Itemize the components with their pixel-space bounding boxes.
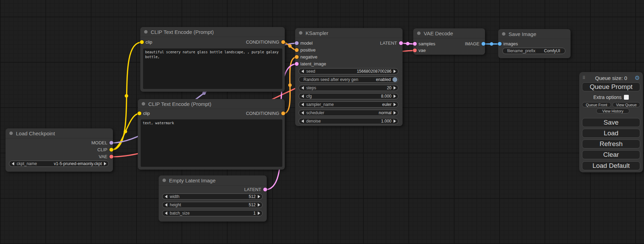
prompt-textarea[interactable]: beautiful scenery nature glass bottle la… <box>143 48 282 89</box>
input-slot-positive[interactable] <box>295 48 299 52</box>
node-title: KSampler <box>306 30 328 36</box>
widget-label: scheduler <box>306 110 324 115</box>
input-slot-clip[interactable] <box>140 40 144 44</box>
batch-size-widget[interactable]: batch_size 1 <box>162 210 263 216</box>
collapse-dot-icon[interactable] <box>417 31 421 35</box>
node-title-bar[interactable]: Empty Latent Image <box>159 175 267 186</box>
node-title-bar[interactable]: CLIP Text Encode (Prompt) <box>138 99 285 109</box>
filename-prefix-widget[interactable]: filename_prefix ComfyUI <box>502 48 565 54</box>
view-queue-button[interactable]: View Queue <box>612 102 640 107</box>
queue-front-button[interactable]: Queue Front <box>582 102 611 107</box>
input-slot-negative[interactable] <box>295 55 299 59</box>
graph-canvas[interactable]: Load Checkpoint MODEL CLIP VAE ckpt_name… <box>0 0 644 244</box>
increment-arrow-icon[interactable] <box>258 195 260 198</box>
node-empty-latent-image[interactable]: Empty Latent Image LATENT width 512 heig… <box>159 175 267 222</box>
refresh-button[interactable]: Refresh <box>582 139 640 148</box>
output-slot-latent[interactable] <box>263 188 267 191</box>
sampler-name-widget[interactable]: sampler_name euler <box>299 101 398 108</box>
output-slot-clip[interactable] <box>109 148 113 152</box>
node-title-bar[interactable]: CLIP Text Encode (Prompt) <box>140 27 285 37</box>
extra-options-checkbox[interactable] <box>624 95 629 100</box>
denoise-widget[interactable]: denoise 1.000 <box>299 118 398 124</box>
increment-arrow-icon[interactable] <box>394 94 396 98</box>
decrement-arrow-icon[interactable] <box>165 211 167 215</box>
widget-value: ComfyUI <box>544 48 560 53</box>
input-slot-latent-image[interactable] <box>295 62 299 66</box>
increment-arrow-icon[interactable] <box>258 203 260 207</box>
input-slot-clip[interactable] <box>138 111 141 115</box>
input-slot-vae[interactable] <box>413 48 417 52</box>
queue-prompt-button[interactable]: Queue Prompt <box>582 82 640 91</box>
steps-widget[interactable]: steps 20 <box>299 85 398 91</box>
seed-widget[interactable]: seed 156680208700286 <box>299 68 398 74</box>
output-label-clip: CLIP <box>97 147 107 153</box>
height-widget[interactable]: height 512 <box>162 202 263 208</box>
input-slot-model[interactable] <box>295 41 299 45</box>
widget-value: 156680208700286 <box>357 69 391 74</box>
decrement-arrow-icon[interactable] <box>165 203 167 207</box>
output-slot-vae[interactable] <box>109 155 113 159</box>
cfg-widget[interactable]: cfg 8.000 <box>299 93 398 99</box>
node-vae-decode[interactable]: VAE Decode samples IMAGE vae <box>413 28 485 55</box>
decrement-arrow-icon[interactable] <box>165 195 167 198</box>
decrement-arrow-icon[interactable] <box>301 94 304 98</box>
decrement-arrow-icon[interactable] <box>301 111 304 115</box>
node-clip-text-encode-negative[interactable]: CLIP Text Encode (Prompt) clip CONDITION… <box>138 99 285 170</box>
increment-arrow-icon[interactable] <box>394 119 396 123</box>
toggle-knob[interactable] <box>392 77 397 82</box>
increment-arrow-icon[interactable] <box>394 103 396 106</box>
input-slot-samples[interactable] <box>413 42 417 46</box>
width-widget[interactable]: width 512 <box>162 193 263 200</box>
collapse-dot-icon[interactable] <box>9 132 13 135</box>
input-label-samples: samples <box>418 41 435 47</box>
save-button[interactable]: Save <box>582 118 640 127</box>
output-slot-latent[interactable] <box>399 41 403 45</box>
node-title-bar[interactable]: Load Checkpoint <box>6 128 113 138</box>
collapse-dot-icon[interactable] <box>299 31 302 35</box>
settings-gear-icon[interactable]: ⚙ <box>635 75 640 81</box>
output-slot-model[interactable] <box>109 141 113 145</box>
node-save-image[interactable]: Save Image images filename_prefix ComfyU… <box>498 29 571 58</box>
increment-arrow-icon[interactable] <box>104 162 106 165</box>
decrement-arrow-icon[interactable] <box>301 70 304 73</box>
node-load-checkpoint[interactable]: Load Checkpoint MODEL CLIP VAE ckpt_name… <box>6 128 113 172</box>
ckpt-name-widget[interactable]: ckpt_name v1-5-pruned-emaonly.ckpt <box>9 161 109 167</box>
increment-arrow-icon[interactable] <box>394 86 396 90</box>
increment-arrow-icon[interactable] <box>394 111 396 115</box>
queue-size-label: Queue size: 0 <box>595 75 627 81</box>
input-label-vae: vae <box>418 48 426 53</box>
node-title-bar[interactable]: Save Image <box>498 29 571 39</box>
clear-button[interactable]: Clear <box>582 150 640 159</box>
load-button[interactable]: Load <box>582 129 640 138</box>
decrement-arrow-icon[interactable] <box>12 162 14 165</box>
link-dot <box>125 94 128 98</box>
widget-value: euler <box>382 102 391 107</box>
node-title-bar[interactable]: KSampler <box>295 28 403 38</box>
widget-value: enabled <box>376 77 391 82</box>
collapse-dot-icon[interactable] <box>162 179 166 182</box>
output-slot-conditioning[interactable] <box>281 111 285 115</box>
load-default-button[interactable]: Load Default <box>582 161 640 170</box>
node-title-bar[interactable]: VAE Decode <box>413 28 485 38</box>
collapse-dot-icon[interactable] <box>144 30 148 34</box>
collapse-dot-icon[interactable] <box>142 102 145 106</box>
widget-label: denoise <box>306 119 321 124</box>
input-slot-images[interactable] <box>498 42 502 46</box>
node-clip-text-encode-positive[interactable]: CLIP Text Encode (Prompt) clip CONDITION… <box>140 27 285 92</box>
increment-arrow-icon[interactable] <box>394 70 396 73</box>
collapse-dot-icon[interactable] <box>502 32 505 36</box>
view-history-button[interactable]: View History <box>596 108 629 114</box>
decrement-arrow-icon[interactable] <box>301 119 304 123</box>
decrement-arrow-icon[interactable] <box>301 103 304 106</box>
decrement-arrow-icon[interactable] <box>301 86 304 90</box>
drag-handle-icon[interactable]: ⠿ <box>582 76 585 80</box>
output-slot-image[interactable] <box>482 42 485 46</box>
widget-value: 512 <box>249 202 256 207</box>
link-dot <box>288 44 292 48</box>
increment-arrow-icon[interactable] <box>258 211 260 215</box>
node-ksampler[interactable]: KSampler model LATENT positive negative … <box>295 28 403 126</box>
scheduler-widget[interactable]: scheduler normal <box>299 110 398 116</box>
prompt-textarea[interactable]: text, watermark <box>141 119 282 167</box>
random-seed-toggle-widget[interactable]: Random seed after every gen enabled <box>299 76 398 83</box>
output-slot-conditioning[interactable] <box>281 40 285 44</box>
